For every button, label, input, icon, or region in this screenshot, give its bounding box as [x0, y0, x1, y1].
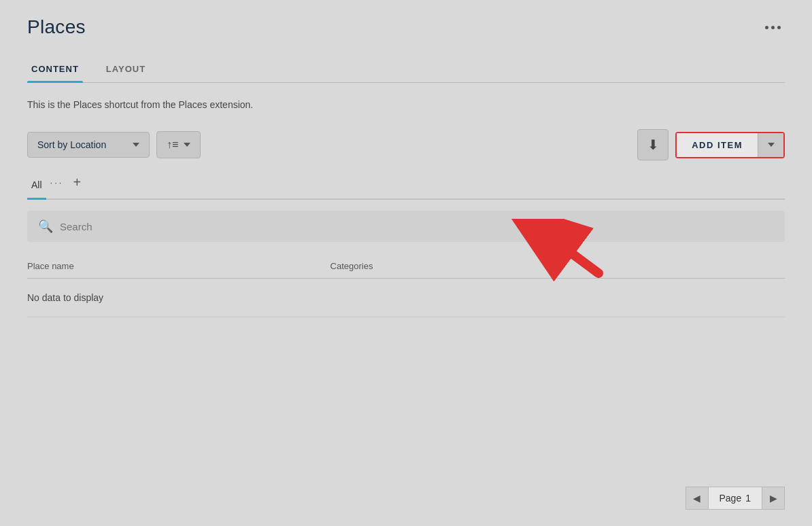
- tabs-row: CONTENT LAYOUT: [27, 57, 785, 83]
- sort-order-icon: ↑≡: [167, 139, 178, 151]
- download-icon: ⬇: [647, 137, 659, 153]
- add-item-dropdown-button[interactable]: [758, 133, 783, 157]
- description-text: This is the Places shortcut from the Pla…: [27, 99, 785, 110]
- add-filter-button[interactable]: +: [73, 175, 81, 189]
- page-container: Places CONTENT LAYOUT This is the Places…: [0, 0, 812, 526]
- sort-dropdown-arrow-icon: [133, 143, 139, 147]
- add-item-group: ADD ITEM: [675, 132, 785, 158]
- table-header: Place name Categories: [27, 256, 785, 279]
- pagination-next-button[interactable]: ▶: [762, 487, 785, 510]
- search-input[interactable]: [60, 221, 774, 232]
- search-icon: 🔍: [38, 219, 53, 234]
- filter-tabs-row: All ··· +: [27, 174, 785, 200]
- tab-layout[interactable]: LAYOUT: [102, 57, 150, 82]
- no-data-row: No data to display: [27, 279, 785, 317]
- pagination-prev-button[interactable]: ◀: [686, 487, 709, 510]
- add-item-dropdown-arrow-icon: [768, 143, 775, 147]
- header-row: Places: [27, 16, 785, 38]
- tab-content[interactable]: CONTENT: [27, 57, 83, 82]
- sort-order-button[interactable]: ↑≡: [156, 131, 201, 158]
- sort-order-dropdown-arrow-icon: [184, 143, 190, 147]
- sort-dropdown[interactable]: Sort by Location: [27, 132, 150, 158]
- more-options-button[interactable]: [761, 22, 785, 33]
- search-bar: 🔍: [27, 211, 785, 242]
- filter-tab-all[interactable]: All: [27, 174, 46, 198]
- pagination-info: Page 1: [709, 487, 762, 510]
- add-item-button[interactable]: ADD ITEM: [677, 133, 758, 157]
- toolbar: Sort by Location ↑≡ ⬇ ADD ITEM: [27, 129, 785, 160]
- filter-tab-options-icon[interactable]: ···: [50, 177, 64, 188]
- pagination-row: ◀ Page 1 ▶: [686, 487, 785, 510]
- download-button[interactable]: ⬇: [637, 129, 669, 160]
- column-place-name: Place name: [27, 261, 331, 271]
- page-title: Places: [27, 16, 86, 38]
- column-categories: Categories: [331, 261, 785, 271]
